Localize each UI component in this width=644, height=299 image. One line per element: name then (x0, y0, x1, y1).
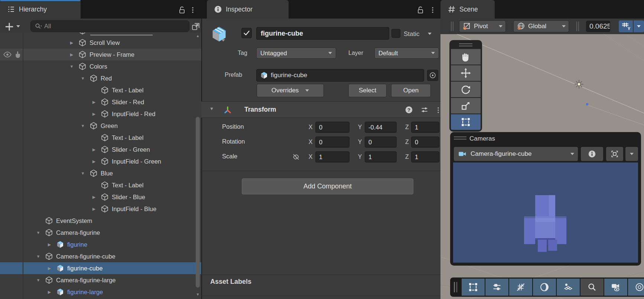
kebab-menu-icon[interactable] (189, 5, 197, 15)
tree-row[interactable]: ▶InputField - Red (0, 108, 201, 120)
camera-frame-button[interactable] (606, 147, 623, 161)
foldout-collapsed-icon[interactable]: ▶ (91, 144, 97, 155)
active-checkbox[interactable] (241, 28, 252, 38)
tree-row[interactable]: ▼Green (0, 120, 201, 132)
layer-dropdown[interactable]: Default (374, 47, 439, 59)
scale-tool-button[interactable] (451, 98, 481, 114)
search-overlay-button[interactable] (580, 279, 604, 296)
foldout-collapsed-icon[interactable]: ▶ (91, 108, 97, 120)
overlay-drag-handle[interactable] (459, 43, 472, 48)
hand-tool-button[interactable] (451, 49, 481, 65)
foldout-collapsed-icon[interactable]: ▶ (46, 239, 52, 250)
tree-row[interactable]: ▶figurine-large (0, 286, 201, 298)
foldout-collapsed-icon[interactable]: ▶ (46, 286, 52, 298)
rotation-y-field[interactable]: 0 (365, 137, 397, 148)
camera-options-dropdown[interactable] (625, 147, 638, 161)
grid-snap-button[interactable]: Y (619, 20, 633, 32)
tree-row[interactable]: ▶Slider - Green (0, 144, 201, 155)
gizmos-overlay-button[interactable] (557, 279, 580, 296)
move-tool-button[interactable] (451, 65, 481, 81)
scale-y-field[interactable]: 1 (365, 151, 397, 162)
rotation-x-field[interactable]: 0 (315, 137, 349, 148)
foldout-collapsed-icon[interactable]: ▶ (46, 262, 52, 274)
tree-row[interactable]: ▼Colors (0, 60, 201, 72)
foldout-expanded-icon[interactable]: ▼ (80, 72, 86, 84)
sphere-overlay-button[interactable] (533, 279, 556, 296)
add-object-dropdown-icon[interactable] (16, 25, 20, 27)
overlay-drag-handle[interactable] (454, 137, 466, 141)
camera-info-button[interactable] (581, 147, 603, 161)
tag-dropdown[interactable]: Untagged (256, 47, 336, 59)
static-dropdown-icon[interactable] (428, 33, 432, 35)
rect-tool-overlay-button[interactable] (462, 279, 485, 296)
pickability-icon[interactable] (13, 50, 22, 59)
scale-z-field[interactable]: 1 (411, 151, 439, 162)
prefab-thumbnail-icon[interactable] (210, 25, 228, 43)
global-toggle-button[interactable]: Global (513, 20, 569, 32)
foldout-expanded-icon[interactable]: ▼ (35, 227, 41, 239)
open-new-window-icon[interactable] (191, 22, 201, 31)
static-checkbox[interactable] (391, 29, 400, 38)
scroll-up-arrow[interactable]: ▲ (195, 33, 201, 39)
lock-icon[interactable] (416, 5, 425, 15)
tree-row[interactable]: ▶Preview - Frame (0, 49, 201, 60)
tab-scene[interactable]: Scene (440, 0, 495, 19)
transform-foldout-icon[interactable]: ▼ (209, 106, 214, 111)
presets-icon[interactable] (420, 105, 429, 114)
help-icon[interactable]: ? (404, 105, 413, 114)
object-name-field[interactable]: figurine-cube (256, 27, 389, 40)
foldout-collapsed-icon[interactable]: ▶ (91, 203, 97, 215)
hierarchy-search-input[interactable]: All (30, 20, 189, 32)
position-x-field[interactable]: 0 (315, 122, 349, 133)
overrides-dropdown[interactable]: Overrides (257, 84, 324, 97)
tree-row[interactable]: ▼Red (0, 72, 201, 84)
tree-row[interactable]: ▼Camera-figurine (0, 227, 201, 239)
prefab-object-field[interactable]: figurine-cube (256, 69, 424, 82)
scale-x-field[interactable]: 1 (315, 151, 349, 162)
visibility-eye-icon[interactable] (3, 50, 12, 59)
grid-slash-overlay-button[interactable] (509, 279, 532, 296)
rotation-z-field[interactable]: 0 (411, 137, 439, 148)
tree-row[interactable]: ▶Scroll View (0, 37, 201, 49)
tree-row[interactable]: Text - Label (0, 84, 201, 96)
select-button[interactable]: Select (348, 84, 387, 97)
position-y-field[interactable]: -0.44 (365, 122, 397, 133)
foldout-collapsed-icon[interactable]: ▶ (91, 191, 97, 203)
rect-tool-button[interactable] (451, 114, 481, 130)
tree-row[interactable]: ▼Camera-figurine-cube (0, 250, 201, 262)
tree-row[interactable]: ▶Slider - Red (0, 96, 201, 108)
link-broken-icon[interactable] (292, 152, 300, 161)
tree-row[interactable]: ▶InputField - Blue (0, 203, 201, 215)
foldout-collapsed-icon[interactable]: ▶ (69, 49, 75, 60)
scroll-down-arrow[interactable]: ▼ (195, 292, 201, 298)
tree-row[interactable]: Text - Label (0, 179, 201, 191)
grid-snap-dropdown[interactable] (634, 20, 644, 32)
position-z-field[interactable]: 1 (411, 122, 439, 133)
foldout-collapsed-icon[interactable]: ▶ (91, 96, 97, 108)
overlay-drag-handle[interactable] (454, 282, 457, 292)
tree-row[interactable]: ▼Blue (0, 167, 201, 179)
tab-hierarchy[interactable]: Hierarchy (0, 0, 81, 19)
camera-select-dropdown[interactable]: Camera-figurine-cube (454, 147, 578, 161)
prefab-picker-button[interactable] (427, 70, 438, 81)
foldout-collapsed-icon[interactable]: ▶ (69, 37, 75, 49)
foldout-expanded-icon[interactable]: ▼ (69, 60, 75, 72)
toolbar-drag-handle[interactable] (451, 22, 453, 31)
tool-settings-overlay-button[interactable] (485, 279, 508, 296)
foldout-expanded-icon[interactable]: ▼ (35, 250, 41, 262)
foldout-expanded-icon[interactable]: ▼ (80, 167, 86, 179)
tree-row[interactable]: ▼Camera-figurine-large (0, 274, 201, 286)
at-circle-overlay-button[interactable] (628, 279, 644, 296)
grid-size-field[interactable]: 0.0625 (586, 21, 610, 32)
tree-row[interactable]: Text - Label (0, 132, 201, 144)
thumbnail-dropdown-icon[interactable] (221, 39, 225, 42)
open-button[interactable]: Open (391, 84, 431, 97)
foldout-expanded-icon[interactable]: ▼ (80, 120, 86, 132)
camera-eye-overlay-button[interactable] (604, 279, 627, 296)
tree-row[interactable]: ▶Slider - Blue (0, 191, 201, 203)
tree-row[interactable]: EventSystem (0, 215, 201, 227)
tree-row-selected[interactable]: ▶figurine-cube (0, 262, 201, 274)
foldout-collapsed-icon[interactable]: ▶ (91, 155, 97, 167)
scene-viewport[interactable]: Cameras Camera-figurine-cube (440, 34, 644, 299)
tree-row[interactable]: ▶figurine (0, 239, 201, 250)
